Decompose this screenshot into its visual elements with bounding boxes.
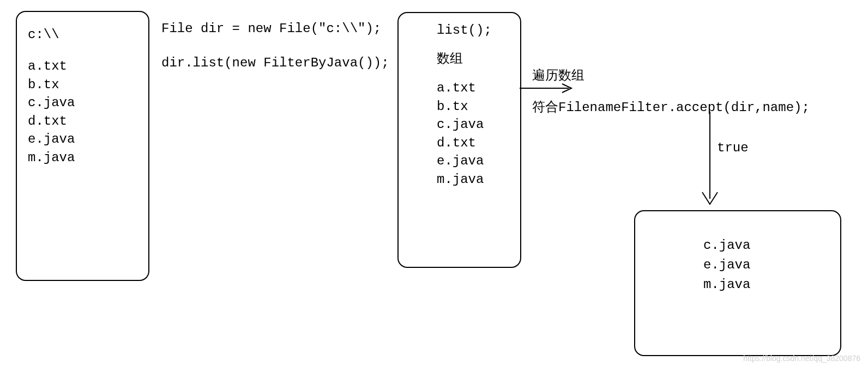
filtered-file-list: c.java e.java m.java [703, 236, 824, 295]
true-label: true [717, 140, 749, 155]
file-item: m.java [28, 149, 137, 167]
array-label: 数组 [437, 50, 505, 67]
file-item: m.java [437, 170, 505, 189]
traverse-array-label: 遍历数组 [532, 66, 584, 84]
array-file-list: a.txt b.tx c.java d.txt e.java m.java [437, 79, 505, 189]
file-item: c.java [437, 115, 505, 134]
file-item: b.tx [437, 97, 505, 116]
file-item: b.tx [28, 76, 137, 94]
filtered-result-box: c.java e.java m.java [634, 210, 841, 356]
list-result-box: list(); 数组 a.txt b.tx c.java d.txt e.jav… [397, 12, 521, 268]
directory-path: c:\\ [28, 27, 137, 42]
file-item: c.java [28, 94, 137, 112]
file-item: e.java [703, 255, 824, 275]
code-line: dir.list(new FilterByJava()); [161, 53, 389, 74]
file-item: d.txt [28, 112, 137, 131]
code-line: File dir = new File("c:\\"); [161, 19, 389, 39]
arrow-right-icon [520, 83, 577, 94]
arrow-down-icon [692, 112, 728, 210]
file-item: m.java [703, 275, 824, 295]
filter-condition-label: 符合FilenameFilter.accept(dir,name); [532, 98, 810, 115]
file-item: a.txt [437, 79, 505, 97]
directory-file-list: a.txt b.tx c.java d.txt e.java m.java [28, 57, 137, 167]
file-item: e.java [437, 152, 505, 170]
list-method-label: list(); [437, 23, 505, 38]
file-item: e.java [28, 130, 137, 149]
directory-box: c:\\ a.txt b.tx c.java d.txt e.java m.ja… [16, 11, 149, 281]
watermark-text: https://blog.csdn.net/qq_38200876 [743, 354, 860, 363]
file-item: a.txt [28, 57, 137, 76]
file-item: c.java [703, 236, 824, 255]
code-block: File dir = new File("c:\\"); dir.list(ne… [161, 19, 389, 88]
file-item: d.txt [437, 134, 505, 152]
